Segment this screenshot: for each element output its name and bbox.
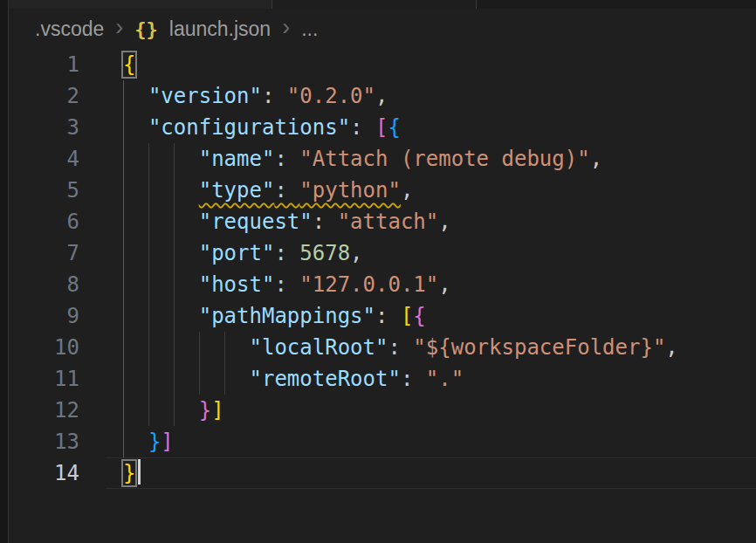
token-key: "remoteRoot" bbox=[249, 367, 400, 391]
indent-guide bbox=[199, 363, 200, 395]
line-number[interactable]: 10 bbox=[0, 332, 106, 363]
token-str: "0.2.0" bbox=[287, 84, 375, 108]
tab-bar bbox=[10, 0, 756, 9]
indent-guide bbox=[174, 395, 175, 426]
token-pun: : bbox=[274, 147, 299, 171]
indent-guide bbox=[148, 206, 149, 237]
line-number[interactable]: 5 bbox=[0, 175, 106, 206]
code-line: 2"version": "0.2.0", bbox=[0, 80, 756, 112]
active-indent-guide bbox=[123, 300, 124, 332]
active-indent-guide bbox=[123, 426, 124, 457]
line-number[interactable]: 4 bbox=[0, 143, 106, 175]
active-indent-guide bbox=[123, 395, 124, 426]
active-indent-guide bbox=[123, 175, 124, 206]
line-number[interactable]: 12 bbox=[0, 395, 106, 426]
code-line: 8"host": "127.0.0.1", bbox=[0, 269, 756, 300]
active-indent-guide bbox=[123, 143, 124, 175]
code-editor[interactable]: 1{2"version": "0.2.0",3"configurations":… bbox=[0, 49, 756, 489]
tab-active[interactable] bbox=[10, 0, 272, 9]
token-pun: , bbox=[590, 147, 602, 171]
tab-inactive[interactable] bbox=[272, 0, 477, 9]
breadcrumb-item-symbol[interactable]: ... bbox=[301, 17, 318, 41]
code-text: "port": 5678, bbox=[123, 241, 363, 265]
code-line-content[interactable]: "host": "127.0.0.1", bbox=[106, 269, 756, 300]
indent-guide bbox=[174, 143, 175, 175]
indent-guide bbox=[174, 300, 175, 332]
token-pun: : bbox=[274, 272, 299, 297]
code-line-content[interactable]: "localRoot": "${workspaceFolder}", bbox=[106, 332, 756, 363]
breadcrumb: .vscode › {} launch.json › ... bbox=[10, 9, 756, 49]
code-text: "host": "127.0.0.1", bbox=[123, 272, 451, 297]
line-number[interactable]: 3 bbox=[0, 112, 106, 143]
code-line-content[interactable]: } bbox=[106, 457, 756, 489]
active-indent-guide bbox=[123, 237, 124, 269]
line-number[interactable]: 9 bbox=[0, 300, 106, 332]
token-pun: : bbox=[313, 210, 338, 234]
line-number[interactable]: 1 bbox=[0, 49, 106, 80]
indent-guide bbox=[224, 332, 225, 363]
code-line: 3"configurations": [{ bbox=[0, 112, 756, 143]
code-line-content[interactable]: "name": "Attach (remote debug)", bbox=[106, 143, 756, 175]
indent-guide bbox=[148, 395, 149, 426]
active-indent-guide bbox=[123, 206, 124, 237]
chevron-right-icon: › bbox=[282, 16, 290, 43]
text-cursor bbox=[138, 459, 141, 485]
token-key: "port" bbox=[199, 241, 275, 265]
code-line-content[interactable]: "version": "0.2.0", bbox=[106, 80, 756, 112]
line-number[interactable]: 13 bbox=[0, 426, 106, 457]
code-line: 12}] bbox=[0, 395, 756, 426]
indent-guide bbox=[148, 363, 149, 395]
token-pun: : bbox=[401, 367, 426, 391]
code-line-content[interactable]: "remoteRoot": "." bbox=[106, 363, 756, 395]
code-line: 6"request": "attach", bbox=[0, 206, 756, 237]
code-line-content[interactable]: "type": "python", bbox=[106, 175, 756, 206]
code-text: "localRoot": "${workspaceFolder}", bbox=[123, 335, 678, 360]
token-pun: , bbox=[401, 178, 413, 203]
breadcrumb-item-file[interactable]: launch.json bbox=[169, 17, 271, 41]
code-line-content[interactable]: "configurations": [{ bbox=[106, 112, 756, 143]
active-indent-guide bbox=[123, 112, 124, 143]
code-line: 7"port": 5678, bbox=[0, 237, 756, 269]
code-text: { bbox=[123, 52, 135, 77]
token-pun: : bbox=[274, 241, 299, 265]
breadcrumb-item-folder[interactable]: .vscode bbox=[35, 17, 104, 41]
code-line-content[interactable]: { bbox=[106, 49, 756, 80]
token-key: "name" bbox=[199, 147, 275, 171]
token-pun: , bbox=[375, 84, 388, 108]
token-pun: , bbox=[438, 272, 450, 297]
line-number[interactable]: 7 bbox=[0, 237, 106, 269]
token-pun: , bbox=[665, 335, 677, 360]
code-line-content[interactable]: "pathMappings": [{ bbox=[106, 300, 756, 332]
indent-guide bbox=[174, 269, 175, 300]
token-key: "configurations" bbox=[148, 115, 350, 140]
code-line-content[interactable]: "port": 5678, bbox=[106, 237, 756, 269]
token-key: "pathMappings" bbox=[199, 304, 375, 328]
code-line-content[interactable]: }] bbox=[106, 426, 756, 457]
code-text: } bbox=[123, 461, 135, 485]
code-line: 14} bbox=[0, 457, 756, 489]
code-line-content[interactable]: "request": "attach", bbox=[106, 206, 756, 237]
token-str: "${workspaceFolder}" bbox=[413, 335, 665, 360]
line-number[interactable]: 11 bbox=[0, 363, 106, 395]
line-number[interactable]: 8 bbox=[0, 269, 106, 300]
line-number[interactable]: 2 bbox=[0, 80, 106, 112]
code-line: 13}] bbox=[0, 426, 756, 457]
token-key: "localRoot" bbox=[249, 335, 388, 360]
token-key: "version" bbox=[148, 84, 262, 108]
token-pun: : bbox=[274, 178, 299, 203]
line-number[interactable]: 14 bbox=[0, 457, 106, 489]
token-b3: { bbox=[388, 115, 400, 140]
token-pun: : bbox=[262, 84, 287, 108]
code-text: "pathMappings": [{ bbox=[123, 304, 426, 328]
code-line: 5"type": "python", bbox=[0, 175, 756, 206]
token-pun: , bbox=[438, 210, 450, 234]
indent-guide bbox=[224, 363, 225, 395]
code-text: "type": "python", bbox=[123, 178, 413, 203]
indent-guide bbox=[148, 300, 149, 332]
token-b2: { bbox=[413, 304, 425, 328]
code-line: 11"remoteRoot": "." bbox=[0, 363, 756, 395]
indent-guide bbox=[174, 332, 175, 363]
indent-guide bbox=[148, 332, 149, 363]
line-number[interactable]: 6 bbox=[0, 206, 106, 237]
code-line-content[interactable]: }] bbox=[106, 395, 756, 426]
